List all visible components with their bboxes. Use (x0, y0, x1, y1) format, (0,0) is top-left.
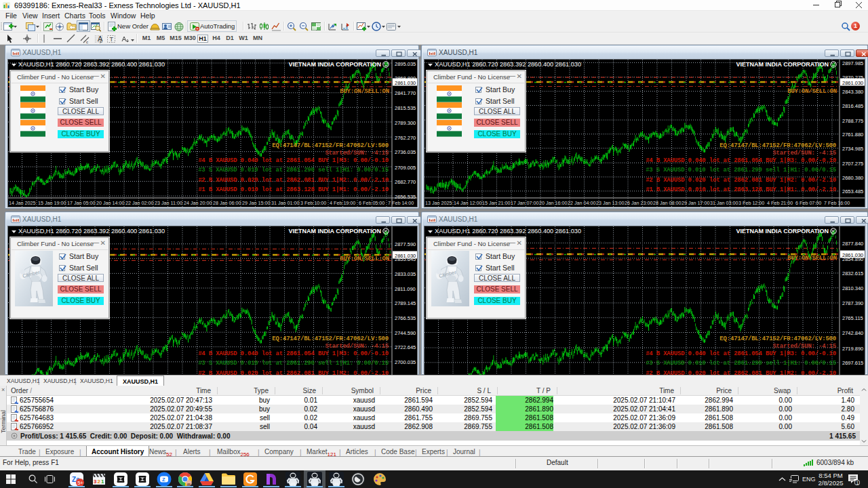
svg-text:2897.985: 2897.985 (842, 60, 863, 66)
svg-text:Started/SUN: -4:15: Started/SUN: -4:15 (325, 343, 389, 350)
svg-text:13 Jan 2025: 13 Jan 2025 (425, 200, 452, 206)
svg-text:2861.030: 2861.030 (395, 80, 416, 86)
svg-text:2789.300: 2789.300 (395, 120, 416, 126)
svg-text:7 Feb 16:00: 7 Feb 16:00 (824, 200, 850, 206)
svg-text:2861.030: 2861.030 (842, 252, 863, 258)
svg-text:4 Feb 21:00: 4 Feb 21:00 (767, 200, 793, 206)
svg-text:#3 S XAUUSD 0.010 lot at 2861.: #3 S XAUUSD 0.010 lot at 2861.290 sell 1… (198, 167, 389, 174)
svg-text:2816.485: 2816.485 (842, 103, 863, 109)
svg-text:XAUUSD,H1 2860.720 2863.392 2: XAUUSD,H1 2860.720 2863.392 2860.400 286… (18, 61, 165, 68)
svg-text:EQ:47147/BL:47152/FR:47062/LV:: EQ:47147/BL:47152/FR:47062/LV:500 (719, 142, 836, 149)
svg-text:3: 3 (94, 479, 97, 485)
svg-text:2744.590: 2744.590 (395, 330, 416, 336)
svg-text:22 Jan 02:00: 22 Jan 02:00 (125, 200, 154, 206)
svg-text:2656.535: 2656.535 (395, 194, 416, 200)
svg-text:2787.390: 2787.390 (842, 300, 863, 306)
svg-text:2765.115: 2765.115 (842, 315, 863, 321)
svg-text:2762.270: 2762.270 (395, 135, 416, 141)
svg-text:#4 B XAUUSD 0.040 lot at 2861.: #4 B XAUUSD 0.040 lot at 2861.054 BUY 1|… (198, 350, 389, 357)
svg-text:Started/SUN: -4:15: Started/SUN: -4:15 (325, 150, 389, 157)
svg-text:2788.775: 2788.775 (842, 118, 863, 124)
svg-text:4 Feb 19:00: 4 Feb 19:00 (330, 200, 355, 206)
svg-text:Started/SUN: -4:15: Started/SUN: -4:15 (772, 343, 836, 350)
svg-text:#1 B XAUUSD 0.010 lot at 2863.: #1 B XAUUSD 0.010 lot at 2863.128 BUY 1|… (646, 186, 836, 193)
svg-text:15 Jan 19:00: 15 Jan 19:00 (38, 200, 66, 206)
svg-text:VIETNAM INDIA CORPORATION: VIETNAM INDIA CORPORATION (289, 61, 382, 68)
svg-text:#3 S XAUUSD 0.010 lot at 2861.: #3 S XAUUSD 0.010 lot at 2861.290 sell 1… (198, 360, 389, 367)
svg-text:2843.380: 2843.380 (842, 89, 863, 95)
svg-text:23 Jan 11:00: 23 Jan 11:00 (155, 200, 182, 206)
svg-text:14 Jan 12:00: 14 Jan 12:00 (454, 200, 482, 206)
svg-text:c: c (86, 40, 88, 44)
svg-text:2789.145: 2789.145 (395, 300, 416, 306)
svg-text:2815.535: 2815.535 (395, 105, 416, 111)
svg-text:#4 B XAUUSD 0.040 lot at 2861.: #4 B XAUUSD 0.040 lot at 2861.054 BUY 1|… (646, 350, 836, 357)
svg-text:BUY:ON/SELL:ON: BUY:ON/SELL:ON (787, 255, 837, 262)
svg-text:#3 S XAUUSD 0.010 lot at 2861.: #3 S XAUUSD 0.010 lot at 2861.290 sell 1… (646, 360, 836, 367)
svg-text:XAUUSD,H1 2860.720 2863.392 2: XAUUSD,H1 2860.720 2863.392 2860.400 286… (435, 61, 581, 68)
svg-text:2833.035: 2833.035 (395, 271, 416, 277)
svg-text:2697.615: 2697.615 (842, 360, 863, 366)
svg-text:6 Feb 05:00: 6 Feb 05:00 (359, 200, 384, 206)
svg-text:2877.590: 2877.590 (395, 241, 416, 247)
svg-text:2810.340: 2810.340 (842, 285, 863, 291)
svg-text:2811.090: 2811.090 (395, 286, 416, 292)
svg-text:2682.770: 2682.770 (395, 179, 416, 185)
svg-text:#1 B XAUUSD 0.010 lot at 2863.: #1 B XAUUSD 0.010 lot at 2863.128 BUY 1|… (198, 186, 389, 193)
svg-text:29 Jan 15:00: 29 Jan 15:00 (242, 200, 271, 206)
svg-text:2719.890: 2719.890 (842, 346, 863, 352)
svg-text:T: T (110, 36, 114, 43)
svg-text:VIETNAM INDIA CORPORATION: VIETNAM INDIA CORPORATION (289, 228, 382, 235)
svg-text:VIETNAM INDIA CORPORATION: VIETNAM INDIA CORPORATION (736, 61, 829, 68)
svg-text:2680.380: 2680.380 (842, 175, 863, 181)
svg-text:7 Feb 14:00: 7 Feb 14:00 (388, 200, 414, 206)
svg-text:#2 B XAUUSD 0.020 lot at 2862.: #2 B XAUUSD 0.020 lot at 2862.081 BUY 1|… (198, 177, 389, 184)
svg-text:2709.005: 2709.005 (395, 165, 416, 171)
svg-text:2861.030: 2861.030 (842, 80, 863, 86)
svg-text:3 Feb 10:00: 3 Feb 10:00 (300, 200, 326, 206)
svg-text:2736.035: 2736.035 (395, 149, 416, 155)
svg-text:20 Jan 14:00: 20 Jan 14:00 (96, 200, 125, 206)
svg-text:2: 2 (98, 479, 101, 485)
svg-text:#2 B XAUUSD 0.020 lot at 2862.: #2 B XAUUSD 0.020 lot at 2862.081 BUY 1|… (646, 177, 836, 184)
svg-text:EQ:47147/BL:47152/FR:47062/LV:: EQ:47147/BL:47152/FR:47062/LV:500 (272, 336, 389, 342)
svg-text:2861.030: 2861.030 (395, 253, 416, 259)
svg-text:BUY:ON/SELL:ON: BUY:ON/SELL:ON (340, 256, 389, 262)
svg-text:EQ:47147/BL:47152/FR:47062/LV:: EQ:47147/BL:47152/FR:47062/LV:500 (272, 142, 389, 149)
svg-text:22 Jan 04:00: 22 Jan 04:00 (568, 200, 596, 206)
svg-text:2722.645: 2722.645 (395, 344, 416, 350)
svg-text:15 Jan 21:00: 15 Jan 21:00 (482, 200, 511, 206)
svg-text:2734.985: 2734.985 (842, 146, 863, 152)
svg-text:BUY:ON/SELL:ON: BUY:ON/SELL:ON (340, 88, 389, 95)
svg-text:28 Jan 08:00: 28 Jan 08:00 (653, 200, 682, 206)
svg-text:31 Jan 01:00: 31 Jan 01:00 (271, 200, 300, 206)
svg-text:Z: Z (162, 476, 165, 483)
svg-text:EQ:47147/BL:47152/FR:47062/LV:: EQ:47147/BL:47152/FR:47062/LV:500 (719, 336, 836, 342)
svg-text:23 Jan 13:00: 23 Jan 13:00 (596, 200, 625, 206)
svg-text:29 Jan 17:00: 29 Jan 17:00 (682, 200, 710, 206)
svg-text:28 Jan 06:00: 28 Jan 06:00 (213, 200, 241, 206)
svg-text:1: 1 (101, 479, 104, 485)
svg-text:2841.770: 2841.770 (395, 90, 416, 96)
svg-text:XAUUSD,H1 2860.720 2863.392 2: XAUUSD,H1 2860.720 2863.392 2860.400 286… (435, 228, 581, 235)
svg-text:31 Jan 03:00: 31 Jan 03:00 (710, 200, 738, 206)
svg-text:BUY:ON/SELL:ON: BUY:ON/SELL:ON (787, 88, 837, 95)
svg-text:2877.840: 2877.840 (842, 241, 863, 247)
svg-text:24 Jan 20:00: 24 Jan 20:00 (184, 200, 212, 206)
svg-text:2832.615: 2832.615 (842, 270, 863, 277)
svg-text:6 Feb 07:00: 6 Feb 07:00 (795, 200, 821, 206)
svg-text:2742.840: 2742.840 (842, 330, 863, 336)
svg-text:VIETNAM INDIA CORPORATION: VIETNAM INDIA CORPORATION (736, 228, 829, 235)
svg-text:20 Jan 16:00: 20 Jan 16:00 (539, 200, 568, 206)
svg-text:XAUUSD,H1 2860.720 2863.392 2: XAUUSD,H1 2860.720 2863.392 2860.400 286… (18, 228, 165, 235)
svg-text:2653.485: 2653.485 (842, 188, 863, 195)
svg-text:17 Jan 07:00: 17 Jan 07:00 (511, 200, 539, 206)
svg-text:2766.535: 2766.535 (395, 315, 416, 321)
svg-text:Started/SUN: -4:15: Started/SUN: -4:15 (772, 150, 836, 157)
svg-text:2700.035: 2700.035 (395, 359, 416, 365)
svg-text:2895.035: 2895.035 (395, 61, 416, 67)
svg-text:3 Feb 12:00: 3 Feb 12:00 (738, 200, 764, 206)
svg-text:26 Jan 23:00: 26 Jan 23:00 (625, 200, 653, 206)
svg-text:#4 B XAUUSD 0.040 lot at 2861.: #4 B XAUUSD 0.040 lot at 2861.054 BUY 1|… (198, 157, 389, 164)
svg-text:5+: 5+ (77, 480, 83, 486)
